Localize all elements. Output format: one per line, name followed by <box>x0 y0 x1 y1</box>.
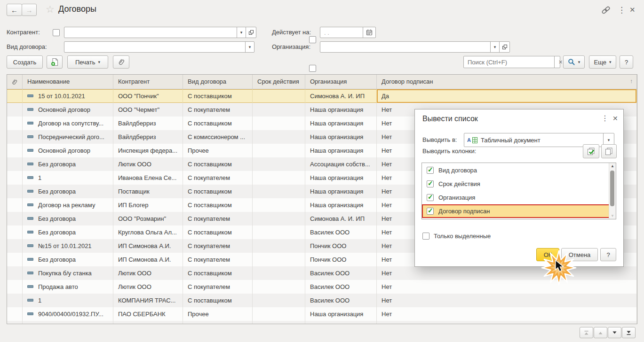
contract-type-cell[interactable]: С поставщиком <box>183 157 253 171</box>
organization-cell[interactable]: Наша организация <box>305 130 377 144</box>
table-header[interactable]: Наименование Контрагент Вид договора Сро… <box>7 75 637 89</box>
check-all-button[interactable] <box>583 144 599 158</box>
counterparty-cell[interactable]: Круглова Ольга Ал... <box>113 225 183 239</box>
name-cell[interactable]: Основной договор <box>23 103 113 117</box>
term-cell[interactable] <box>253 103 305 117</box>
contract-type-cell[interactable]: С поставщиком <box>183 89 253 103</box>
signed-cell[interactable]: Нет <box>377 307 637 321</box>
term-cell[interactable] <box>253 266 305 280</box>
column-header[interactable]: Организация <box>305 75 377 89</box>
attachments-button[interactable] <box>113 55 129 69</box>
term-cell[interactable] <box>253 89 305 103</box>
print-button[interactable]: Печать ▾ <box>67 55 108 69</box>
counterparty-cell[interactable]: Лютик ООО <box>113 280 183 294</box>
name-cell[interactable]: Посреднический дого... <box>23 130 113 144</box>
contract-type-cell[interactable]: С покупателем <box>183 212 253 225</box>
signed-cell[interactable]: Нет <box>377 280 637 294</box>
name-cell[interactable]: 9040/00400/01932.ПУ... <box>23 307 113 321</box>
forward-button[interactable]: → <box>22 4 37 16</box>
contract-type-dropdown-button[interactable]: ▾ <box>245 42 254 52</box>
contract-type-cell[interactable]: С поставщиком <box>183 185 253 198</box>
contract-type-cell[interactable]: С поставщиком <box>183 266 253 280</box>
attachment-cell[interactable] <box>7 321 23 324</box>
counterparty-cell[interactable]: Лютик ООО <box>113 266 183 280</box>
counterparty-cell[interactable]: Вайлдберриз <box>113 130 183 144</box>
contract-type-cell[interactable]: С покупателем <box>183 253 253 266</box>
term-cell[interactable] <box>253 157 305 171</box>
table-row[interactable]: 15 от 10.01.2021ООО "Пончик"С поставщико… <box>7 89 637 103</box>
window-close-icon[interactable]: ✕ <box>629 6 636 14</box>
organization-field[interactable]: ▾ <box>320 41 510 53</box>
contract-type-cell[interactable]: С покупателем <box>183 321 253 324</box>
contract-type-cell[interactable]: С покупателем <box>183 280 253 294</box>
name-cell[interactable]: №15 от 10.01.2021 <box>23 239 113 253</box>
attachment-cell[interactable] <box>7 89 23 103</box>
term-cell[interactable] <box>253 117 305 130</box>
term-cell[interactable] <box>253 294 305 307</box>
counterparty-cell[interactable]: Вайлдберриз <box>113 117 183 130</box>
favorite-star-icon[interactable]: ☆ <box>46 4 55 15</box>
organization-cell[interactable]: Наша организация <box>305 171 377 185</box>
contract-type-field[interactable]: ▾ <box>64 41 254 53</box>
column-option-checkbox[interactable] <box>427 167 434 174</box>
back-button[interactable]: ← <box>7 4 22 16</box>
contract-type-cell[interactable]: Прочее <box>183 307 253 321</box>
name-cell[interactable]: Продажа авто <box>23 280 113 294</box>
organization-cell[interactable]: Василек ООО <box>305 294 377 307</box>
organization-cell[interactable]: Пончик ООО <box>305 239 377 253</box>
signed-cell[interactable]: Нет <box>377 321 637 324</box>
dialog-close-icon[interactable]: ✕ <box>612 115 618 122</box>
contract-type-cell[interactable]: С поставщиком <box>183 117 253 130</box>
column-header[interactable]: Договор подписан ↑ <box>377 75 637 89</box>
name-cell[interactable]: Без договора <box>23 253 113 266</box>
valid-on-filter-checkbox[interactable] <box>309 36 316 43</box>
contract-type-cell[interactable]: С комиссионером ... <box>183 130 253 144</box>
name-cell[interactable]: Основной договор <box>23 144 113 157</box>
table-row[interactable]: 1КОМПАНИЯ ТРАС...С поставщикомВасилек ОО… <box>7 294 637 307</box>
term-cell[interactable] <box>253 239 305 253</box>
column-header[interactable]: Вид договора <box>183 75 253 89</box>
counterparty-cell[interactable]: ООО "Пончик" <box>113 89 183 103</box>
attachment-cell[interactable] <box>7 294 23 307</box>
listbox-scrollbar[interactable]: ▲ ▼ <box>609 163 616 219</box>
name-cell[interactable]: Договор на сопутству... <box>23 117 113 130</box>
organization-choose-button[interactable] <box>499 42 509 52</box>
go-down-button[interactable] <box>608 327 621 338</box>
counterparty-cell[interactable]: Инспекция федера... <box>113 144 183 157</box>
counterparty-cell[interactable]: ООО "Розмарин" <box>113 212 183 225</box>
attachment-column-header[interactable] <box>7 75 23 89</box>
term-cell[interactable] <box>253 307 305 321</box>
name-cell[interactable]: Покупка б/у станка <box>23 266 113 280</box>
term-cell[interactable] <box>253 144 305 157</box>
attachment-cell[interactable] <box>7 225 23 239</box>
organization-cell[interactable]: Наша организация <box>305 103 377 117</box>
signed-cell[interactable]: Да <box>377 89 637 103</box>
term-cell[interactable] <box>253 171 305 185</box>
column-option-row[interactable]: Организация <box>422 191 616 204</box>
organization-cell[interactable]: Пончик ООО <box>305 253 377 266</box>
contract-type-cell[interactable]: С покупателем <box>183 103 253 117</box>
help-button[interactable]: ? <box>620 55 633 69</box>
organization-cell[interactable]: Наша организация <box>305 117 377 130</box>
attachment-cell[interactable] <box>7 130 23 144</box>
name-cell[interactable]: Без договора <box>23 157 113 171</box>
counterparty-cell[interactable]: Иванова Елена Се... <box>113 171 183 185</box>
organization-cell[interactable]: Наша организация <box>305 198 377 212</box>
term-cell[interactable] <box>253 253 305 266</box>
organization-cell[interactable]: Василек ООО <box>305 280 377 294</box>
attachment-cell[interactable] <box>7 253 23 266</box>
name-cell[interactable]: Без договора <box>23 225 113 239</box>
name-cell[interactable]: Без договора <box>23 212 113 225</box>
only-selected-checkbox[interactable] <box>422 233 429 240</box>
counterparty-cell[interactable]: ИП Блогер <box>113 198 183 212</box>
counterparty-cell[interactable]: ИП Симонова А.И. <box>113 239 183 253</box>
organization-dropdown-button[interactable]: ▾ <box>490 42 499 52</box>
column-option-row[interactable]: Вид договора <box>422 163 616 177</box>
name-cell[interactable]: Без договора <box>23 185 113 198</box>
table-row[interactable]: 9040/00400/01932.ПУ...ПАО СБЕРБАНКПрочее… <box>7 307 637 321</box>
column-option-row[interactable]: Договор подписан <box>422 204 616 218</box>
column-header[interactable]: Наименование <box>23 75 113 89</box>
attachment-cell[interactable] <box>7 157 23 171</box>
term-cell[interactable] <box>253 198 305 212</box>
calendar-button[interactable] <box>363 27 375 38</box>
